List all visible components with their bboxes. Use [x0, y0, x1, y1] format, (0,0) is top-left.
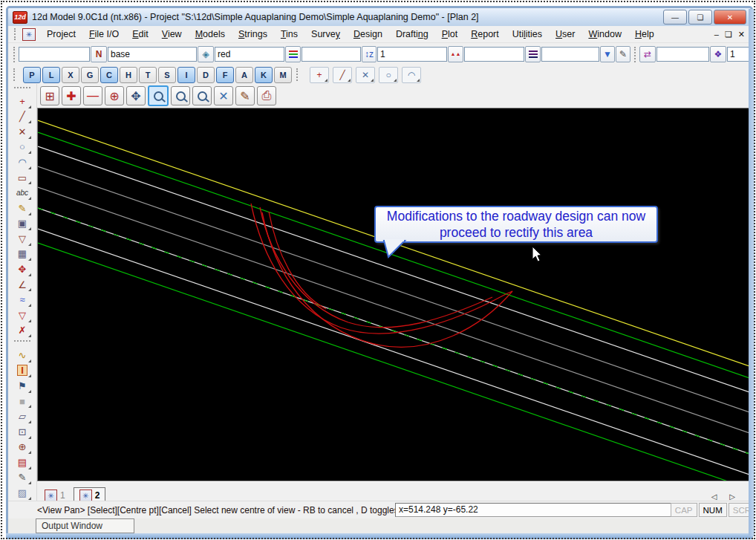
snap-circle-button[interactable]: ○ — [379, 67, 398, 83]
cad-toggle-d[interactable]: D — [197, 67, 215, 83]
tin-field[interactable] — [302, 47, 361, 62]
colour-field[interactable] — [215, 47, 284, 62]
copy-tool-button[interactable]: ▣ — [13, 216, 32, 232]
cad-toggle-i[interactable]: I — [177, 67, 195, 83]
move-tool-button[interactable]: ✥ — [13, 261, 32, 277]
menu-design[interactable]: Design — [347, 27, 389, 41]
pan-button[interactable]: ✥ — [126, 86, 146, 105]
disabled-tool-button[interactable]: ■ — [13, 394, 32, 409]
fence-button[interactable]: ⇄ — [639, 46, 656, 62]
plot-button[interactable]: ⎙ — [257, 86, 276, 105]
dropdown-button[interactable]: ▼ — [600, 46, 615, 62]
snap-intersection-button[interactable]: ✕ — [356, 67, 375, 83]
menu-models[interactable]: Models — [189, 27, 232, 41]
delete-point-tool-button[interactable]: ✗ — [13, 323, 32, 339]
menu-utilities[interactable]: Utilities — [506, 27, 549, 41]
zoom-extents-button[interactable]: ⊕ — [105, 86, 124, 105]
freehand-tool-button[interactable]: ∿ — [13, 348, 32, 363]
menu-edit[interactable]: Edit — [126, 27, 155, 41]
name-picker-button[interactable]: N — [91, 46, 107, 62]
cad-toggle-a[interactable]: A — [235, 67, 253, 83]
menu-report[interactable]: Report — [464, 27, 506, 41]
survey-tool-button[interactable]: ⚑ — [13, 378, 32, 394]
pinwheel-button[interactable]: ❖ — [710, 46, 726, 62]
zoom-centre-button[interactable] — [171, 86, 190, 105]
toolbar-grip[interactable] — [14, 87, 31, 91]
linestyle-button[interactable] — [525, 46, 541, 62]
cad-toggle-l[interactable]: L — [42, 67, 60, 83]
minimize-button[interactable]: — — [663, 10, 687, 25]
menu-help[interactable]: Help — [628, 27, 661, 41]
snap-arc-button[interactable]: ◠ — [402, 67, 421, 83]
toolbar-grip[interactable] — [14, 28, 19, 39]
raster-tool-button[interactable]: ▨ — [13, 485, 32, 501]
point-tool-button[interactable]: + — [13, 94, 32, 109]
text-tool-button[interactable]: abc — [13, 185, 32, 201]
interface-tool-button[interactable]: I — [13, 363, 32, 379]
menu-tins[interactable]: Tins — [274, 27, 304, 41]
tin-picker-button[interactable]: ▲▲ — [448, 46, 463, 62]
intersection-tool-button[interactable]: ✕ — [13, 124, 32, 140]
menu-drafting[interactable]: Drafting — [389, 27, 435, 41]
zoom-previous-button[interactable] — [192, 86, 212, 105]
circle-tool-button[interactable]: ○ — [13, 140, 32, 155]
style-field[interactable] — [541, 47, 599, 62]
tab-scroll-arrows[interactable]: ◁ ▷ — [711, 492, 740, 501]
model-picker-button[interactable]: ◈ — [198, 46, 214, 62]
colour-picker-button[interactable] — [285, 46, 301, 62]
mdi-close-button[interactable]: ✕ — [738, 30, 745, 38]
menu-survey[interactable]: Survey — [304, 27, 347, 41]
linetype-field[interactable] — [464, 47, 524, 62]
height-button[interactable]: ↕z — [362, 46, 377, 62]
cad-toggle-g[interactable]: G — [81, 67, 99, 83]
cad-toggle-p[interactable]: P — [23, 67, 41, 83]
fence-field[interactable] — [656, 47, 709, 62]
menu-user[interactable]: User — [549, 27, 581, 41]
views-button[interactable]: ⊞ — [40, 86, 59, 105]
toolbar-grip[interactable] — [13, 68, 19, 82]
mdi-minimize-button[interactable]: – — [714, 30, 719, 38]
vertex-tool-button[interactable]: ▽ — [13, 308, 32, 323]
measure-tool-button[interactable]: ∠ — [13, 277, 32, 293]
cad-toggle-x[interactable]: X — [62, 67, 79, 83]
rectangle-tool-button[interactable]: ▭ — [13, 170, 32, 186]
menu-file-i-o[interactable]: File I/O — [82, 27, 126, 41]
output-window-button[interactable]: Output Window — [36, 518, 134, 533]
redraw-button[interactable]: ✕ — [214, 86, 233, 105]
cad-toggle-t[interactable]: T — [139, 67, 157, 83]
cad-toggle-s[interactable]: S — [158, 67, 176, 83]
pen-button[interactable]: ✎ — [616, 46, 630, 62]
menu-window[interactable]: Window — [581, 27, 628, 41]
line-tool-button[interactable]: ╱ — [13, 109, 32, 125]
cad-toggle-h[interactable]: H — [120, 67, 137, 83]
polygon-tool-button[interactable]: ▽ — [13, 231, 32, 247]
menu-plot[interactable]: Plot — [435, 27, 465, 41]
zoom-dynamic-button[interactable] — [148, 85, 169, 106]
draw-colour-tool-button[interactable]: ✎ — [13, 201, 32, 216]
window-tool-button[interactable]: ⊡ — [13, 424, 32, 440]
name-field[interactable] — [19, 47, 90, 62]
arc-tool-button[interactable]: ◠ — [13, 154, 32, 170]
menu-project[interactable]: Project — [40, 27, 82, 41]
image-tool-button[interactable]: ▦ — [13, 247, 32, 262]
rotate-tool-button[interactable]: ⊕ — [13, 440, 32, 455]
toolbar-grip[interactable] — [634, 47, 636, 62]
sheet-tool-button[interactable]: ▱ — [13, 409, 32, 424]
snap-point-button[interactable]: + — [310, 67, 329, 83]
cad-toggle-c[interactable]: C — [100, 67, 118, 83]
height-field[interactable] — [377, 47, 447, 62]
restore-button[interactable]: ❏ — [688, 10, 712, 25]
plan-canvas[interactable]: Modifications to the roadway design can … — [37, 108, 749, 481]
zoom-out-button[interactable]: — — [83, 86, 102, 105]
cad-toggle-f[interactable]: F — [216, 67, 234, 83]
close-button[interactable]: ✕ — [714, 10, 746, 25]
model-field[interactable] — [108, 47, 197, 62]
cad-toggle-k[interactable]: K — [255, 67, 273, 83]
edit-tool-button[interactable]: ✎ — [13, 470, 32, 486]
menu-view[interactable]: View — [155, 27, 189, 41]
snap-line-button[interactable]: ╱ — [333, 67, 352, 83]
cad-toggle-m[interactable]: M — [274, 67, 292, 83]
zoom-in-button[interactable]: ✚ — [62, 86, 81, 105]
toolbar-grip[interactable] — [13, 47, 15, 62]
string-colour-tool-button[interactable]: ≈ — [13, 292, 32, 308]
